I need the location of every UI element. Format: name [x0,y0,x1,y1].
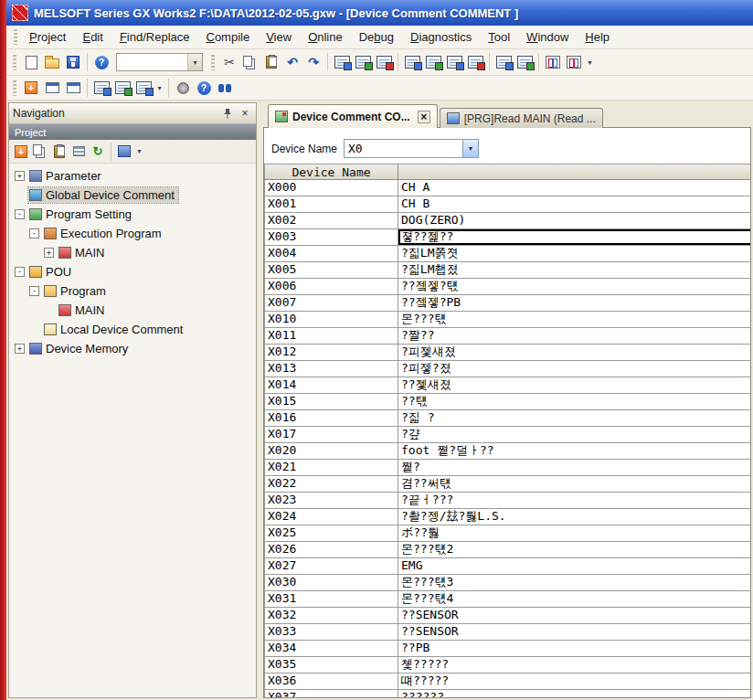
comment-cell[interactable]: 촃????? [398,657,751,673]
help-icon[interactable] [91,52,111,72]
device-cell[interactable]: X035 [265,657,398,673]
expand-icon[interactable]: + [15,344,25,354]
panel-splitter[interactable] [257,102,263,698]
device-cell[interactable]: X031 [265,591,398,608]
open-project-icon[interactable] [42,52,62,72]
new-data-icon[interactable] [12,143,30,161]
new-project-icon[interactable] [21,52,41,72]
project-data-list-icon[interactable] [21,78,41,98]
paste-icon[interactable] [261,52,281,72]
refresh-view-icon[interactable] [89,143,107,161]
device-monitor-icon[interactable] [133,78,154,98]
device-cell[interactable]: X013 [265,361,398,377]
tree-item-local-device-comment[interactable]: Local Device Comment [11,320,256,339]
tree-item-device-memory[interactable]: +Device Memory [11,339,256,358]
paste-data-icon[interactable] [50,143,69,161]
tree-item-main[interactable]: MAIN [11,301,256,320]
toolbar-grip[interactable] [13,80,16,96]
dropdown-arrow-icon[interactable] [187,54,202,70]
note-display-icon[interactable] [374,52,394,72]
menu-view[interactable]: View [258,27,300,48]
comment-cell[interactable]: EMG [398,558,751,575]
collapse-icon[interactable]: - [15,209,25,219]
collapse-icon[interactable]: - [29,286,39,296]
toolbar-search-combo[interactable] [116,53,203,71]
comment-cell[interactable]: CH B [398,196,751,213]
tree-item-parameter[interactable]: +Parameter [11,166,256,186]
tree-item-main[interactable]: +MAIN [11,243,256,262]
device-cell[interactable]: X003 [265,229,398,246]
undo-icon[interactable] [282,52,302,72]
comment-cell[interactable]: 몬???턗4 [398,591,751,608]
project-filter-icon[interactable] [115,143,133,161]
collapse-icon[interactable]: - [29,228,39,239]
device-comment-edit-icon[interactable] [91,78,111,98]
device-cell[interactable]: X032 [265,608,398,624]
device-cell[interactable]: X033 [265,624,398,641]
toolbar-overflow-icon[interactable] [585,53,595,71]
device-cell[interactable]: X001 [265,196,398,213]
read-mode-icon[interactable] [564,52,584,72]
device-cell[interactable]: X015 [265,394,398,410]
device-name-combo[interactable]: X0 [344,139,479,158]
comment-cell[interactable]: 졓??젩?? [398,229,751,246]
device-cell[interactable]: X014 [265,377,398,394]
device-cell[interactable]: X016 [265,410,398,427]
comment-cell[interactable]: ??젴젷?턗 [398,279,751,295]
ladder-edit-mode-icon[interactable] [543,52,563,72]
pin-icon[interactable] [220,107,235,121]
comment-cell[interactable]: ?끝ㅓ??? [398,493,751,509]
filter-dropdown-icon[interactable] [134,143,144,161]
device-batch-monitor-icon[interactable] [493,52,514,72]
menu-window[interactable]: Window [518,27,577,48]
menubar-grip[interactable] [14,29,17,45]
stop-monitor-icon[interactable] [465,52,485,72]
device-cell[interactable]: X004 [265,246,398,262]
comment-cell[interactable]: ??SENSOR [398,608,751,624]
sort-icon[interactable] [69,143,88,161]
device-cell[interactable]: X024 [265,509,398,525]
menu-project[interactable]: Project [21,27,74,48]
collapse-icon[interactable]: - [15,267,25,277]
device-cell[interactable]: X005 [265,262,398,279]
comment-cell[interactable]: ?걒 [398,427,751,443]
comment-cell[interactable]: ??젳섀졌 [398,377,751,394]
menu-diagnostics[interactable]: Diagnostics [402,27,480,48]
comment-cell[interactable]: ?피젳섀졌 [398,345,751,361]
toolbar-grip[interactable] [13,55,16,70]
menu-online[interactable]: Online [300,27,351,48]
device-cell[interactable]: X023 [265,493,398,509]
comment-cell[interactable]: 떄????? [398,673,751,690]
menu-compile[interactable]: Compile [197,27,258,48]
combo-dropdown-icon[interactable] [462,140,478,157]
comment-cell[interactable]: ??SENSOR [398,624,751,641]
device-cell[interactable]: X000 [265,180,398,196]
device-cell[interactable]: X010 [265,312,398,328]
find-icon[interactable] [215,78,235,98]
device-cell[interactable]: X027 [265,558,398,575]
tab-close-icon[interactable] [418,111,430,123]
redo-icon[interactable] [303,52,323,72]
menu-debug[interactable]: Debug [351,27,402,48]
device-cell[interactable]: X021 [265,460,398,476]
expand-icon[interactable]: + [44,248,54,258]
device-cell[interactable]: X011 [265,328,398,345]
device-cell[interactable]: X002 [265,213,398,229]
comment-cell[interactable]: foot 쪝?덜ㅏ?? [398,443,751,460]
menu-help[interactable]: Help [577,27,618,48]
options-icon[interactable] [173,78,193,98]
toolbar-grip[interactable] [211,55,215,70]
comment-cell[interactable]: 몬???턗 [398,312,751,328]
comment-cell[interactable]: 쪝? [398,460,751,476]
device-cell[interactable]: X012 [265,345,398,361]
device-cell[interactable]: X037 [265,690,398,698]
comment-cell[interactable]: ?짋LM쵑졌 [398,262,751,279]
help-window-icon[interactable] [194,78,214,98]
comment-cell[interactable]: ?촬?젱/玆?퉗L.S. [398,509,751,525]
device-cell[interactable]: X030 [265,575,398,591]
menu-edit[interactable]: Edit [74,27,111,48]
comment-cell[interactable]: ?????? [398,690,751,698]
device-cell[interactable]: X034 [265,641,398,657]
comment-cell[interactable]: ??턗 [398,394,751,410]
tab-device-comment-co[interactable]: Device Comment CO... [268,104,438,128]
